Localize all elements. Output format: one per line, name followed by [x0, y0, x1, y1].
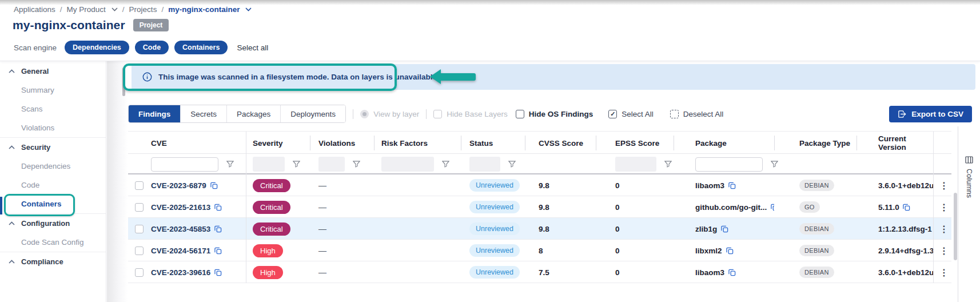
column-header-risk-factors[interactable]: Risk Factors: [374, 132, 461, 154]
filter-icon[interactable]: [353, 161, 360, 168]
chevron-down-icon[interactable]: [111, 7, 118, 11]
tab-packages[interactable]: Packages: [226, 105, 280, 122]
cve-link[interactable]: CVE-2023-45853: [151, 225, 210, 233]
view-by-layer-control: View by layer: [360, 110, 419, 118]
copy-icon[interactable]: [210, 182, 218, 189]
cve-link[interactable]: CVE-2024-56171: [151, 247, 210, 255]
filter-icon[interactable]: [442, 161, 449, 168]
engine-pill-code[interactable]: Code: [135, 41, 169, 54]
cve-link[interactable]: CVE-2025-21613: [151, 203, 210, 212]
sidebar-item-code[interactable]: Code: [0, 176, 106, 194]
filter-icon[interactable]: [508, 161, 516, 168]
sidebar-item-containers[interactable]: Containers: [0, 194, 106, 213]
cve-link[interactable]: CVE-2023-6879: [151, 181, 206, 190]
current-version-value: 3.6.0-1+deb12u1: [878, 268, 933, 277]
filter-select-cell: [128, 154, 150, 174]
engines-select-all[interactable]: Select all: [237, 43, 268, 52]
column-header-cvss-score[interactable]: CVSS Score: [525, 132, 596, 154]
cve-link[interactable]: CVE-2023-39616: [151, 268, 210, 277]
sidebar-section-label: Compliance: [21, 257, 63, 266]
copy-icon[interactable]: [214, 204, 222, 211]
tab-secrets[interactable]: Secrets: [180, 105, 226, 122]
copy-icon[interactable]: [214, 225, 222, 233]
export-to-csv-button[interactable]: Export to CSV: [889, 106, 972, 122]
view-by-layer-radio[interactable]: [360, 110, 369, 118]
sidebar-item-scans[interactable]: Scans: [0, 100, 106, 118]
copy-icon[interactable]: [721, 225, 728, 233]
breadcrumb-current-project[interactable]: my-nginx-container: [168, 5, 240, 14]
row-checkbox[interactable]: [135, 247, 144, 255]
tab-deployments[interactable]: Deployments: [280, 105, 345, 122]
cve-filter-input[interactable]: [151, 157, 218, 172]
tab-bar: Findings Secrets Packages Deployments: [128, 105, 346, 123]
cvss-score-value: 9.8: [539, 225, 549, 233]
breadcrumb-applications[interactable]: Applications: [14, 5, 55, 14]
row-checkbox[interactable]: [135, 268, 144, 277]
copy-icon[interactable]: [728, 182, 736, 189]
row-kebab-menu[interactable]: ⋮: [939, 202, 949, 213]
column-header-current-version[interactable]: Current Version: [856, 132, 933, 154]
copy-icon[interactable]: [903, 204, 910, 211]
filter-cell-cvss: [525, 154, 596, 174]
row-kebab-menu[interactable]: ⋮: [939, 245, 949, 256]
select-all-control: ✓ Select All: [608, 110, 654, 118]
chevron-up-icon: [9, 69, 15, 73]
row-checkbox[interactable]: [135, 225, 144, 233]
column-header-epss-score[interactable]: EPSS Score: [596, 132, 674, 154]
table-scrollbar[interactable]: [954, 193, 957, 260]
column-header-status[interactable]: Status: [461, 132, 525, 154]
row-kebab-menu[interactable]: ⋮: [939, 180, 949, 191]
package-filter-input[interactable]: [695, 157, 763, 172]
deselect-all-icon[interactable]: [670, 110, 679, 118]
sidebar-item-violations[interactable]: Violations: [0, 118, 106, 137]
copy-icon[interactable]: [214, 269, 222, 276]
package-name: libaom3: [695, 268, 724, 277]
filter-icon[interactable]: [664, 161, 672, 168]
export-button-label: Export to CSV: [911, 110, 963, 118]
tab-findings[interactable]: Findings: [129, 105, 180, 122]
copy-icon[interactable]: [214, 247, 222, 255]
copy-icon[interactable]: [726, 247, 734, 255]
select-all-checkbox[interactable]: ✓: [608, 110, 617, 118]
hide-base-layers-checkbox[interactable]: [433, 110, 442, 118]
table-row: CVE-2025-21613 Critical — Unreviewed 9.8…: [128, 196, 951, 218]
chevron-down-icon[interactable]: [245, 7, 252, 11]
breadcrumb-projects[interactable]: Projects: [129, 5, 157, 14]
column-header-cve[interactable]: CVE: [150, 132, 246, 154]
info-icon: [142, 72, 152, 82]
engine-pill-containers[interactable]: Containers: [174, 41, 228, 54]
filter-cell-status: [461, 154, 525, 174]
filter-icon[interactable]: [293, 161, 300, 168]
sidebar-section-general[interactable]: General: [0, 61, 106, 81]
current-version-value: 1:1.2.13.dfsg-1: [878, 225, 932, 233]
sidebar-item-summary[interactable]: Summary: [0, 81, 106, 100]
chevron-up-icon: [9, 145, 15, 149]
row-kebab-menu[interactable]: ⋮: [939, 224, 949, 235]
columns-panel-toggle[interactable]: Columns: [958, 126, 980, 302]
page-scrollbar[interactable]: [122, 67, 125, 96]
package-type-badge: DEBIAN: [799, 223, 834, 235]
sidebar-section-compliance[interactable]: Compliance: [0, 252, 106, 271]
row-checkbox[interactable]: [135, 203, 144, 212]
column-header-severity[interactable]: Severity: [246, 132, 310, 154]
row-kebab-menu[interactable]: ⋮: [939, 267, 949, 278]
sidebar-section-security[interactable]: Security: [0, 137, 106, 157]
package-name: libaom3: [695, 181, 724, 190]
columns-icon: [965, 156, 973, 164]
engine-pill-dependencies[interactable]: Dependencies: [65, 41, 129, 54]
current-version-value: 2.9.14+dfsg-1.3-: [878, 247, 933, 255]
filter-icon[interactable]: [226, 161, 234, 168]
column-header-package[interactable]: Package: [674, 132, 774, 154]
page-header: Applications / My Product / Projects / m…: [0, 0, 980, 61]
sidebar-item-code-scan-config[interactable]: Code Scan Config: [0, 233, 106, 252]
cvss-score-value: 7.5: [539, 268, 549, 277]
breadcrumb-my-product[interactable]: My Product: [67, 5, 106, 14]
row-checkbox[interactable]: [135, 181, 144, 190]
copy-icon[interactable]: [728, 269, 736, 276]
sidebar-item-dependencies[interactable]: Dependencies: [0, 157, 106, 176]
sidebar-section-configuration[interactable]: Configuration: [0, 213, 106, 233]
column-header-package-type[interactable]: Package Type: [774, 132, 856, 154]
hide-os-findings-checkbox[interactable]: [516, 110, 524, 118]
column-header-violations[interactable]: Violations: [310, 132, 374, 154]
violations-filter-disabled: [318, 157, 345, 172]
